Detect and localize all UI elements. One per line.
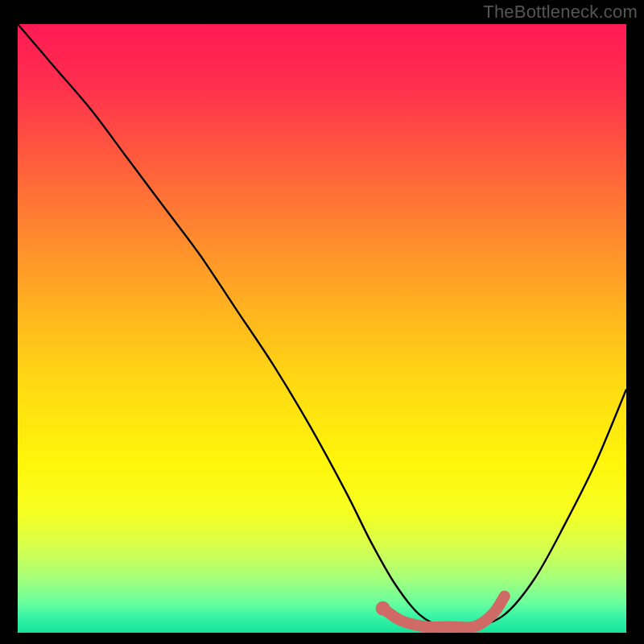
optimal-point-dot [376, 601, 390, 616]
plot-area [18, 24, 626, 633]
attribution-label: TheBottleneck.com [483, 2, 638, 23]
bottleneck-plot-svg [18, 24, 626, 633]
chart-frame: TheBottleneck.com [0, 0, 644, 644]
gradient-background [18, 24, 626, 633]
